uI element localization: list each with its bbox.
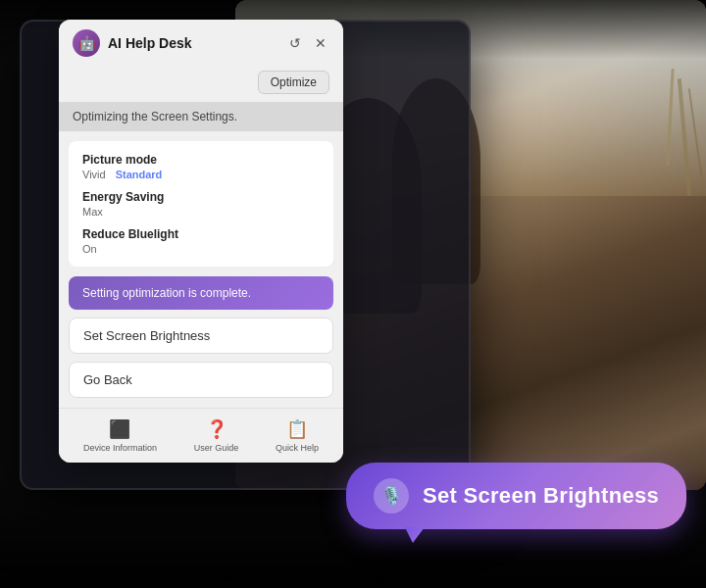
refresh-button[interactable]: ↺: [286, 34, 304, 52]
reduce-bluelight-value: On: [82, 243, 97, 255]
panel-header: 🤖 AI Help Desk ↺ ✕: [59, 20, 343, 67]
ai-avatar-icon: 🤖: [73, 29, 100, 57]
quick-help-label: Quick Help: [276, 443, 319, 453]
setting-energy-saving: Energy Saving Max: [82, 190, 320, 218]
quick-help-icon: 📋: [286, 418, 308, 440]
completion-text: Setting optimization is complete.: [82, 286, 251, 300]
picture-mode-label: Picture mode: [82, 153, 320, 167]
reduce-bluelight-label: Reduce Bluelight: [82, 227, 320, 241]
optimize-row: Optimize: [59, 67, 343, 102]
footer-quick-help[interactable]: 📋 Quick Help: [276, 418, 319, 453]
settings-card: Picture mode Vivid Standard Energy Savin…: [69, 141, 333, 267]
picture-mode-value: Vivid: [82, 169, 106, 180]
header-left: 🤖 AI Help Desk: [73, 29, 192, 57]
optimize-button[interactable]: Optimize: [258, 71, 329, 94]
voice-bubble: 🎙️ Set Screen Brightness: [346, 463, 686, 529]
voice-command-text: Set Screen Brightness: [423, 483, 659, 509]
go-back-button[interactable]: Go Back: [69, 362, 333, 398]
setting-reduce-bluelight: Reduce Bluelight On: [82, 227, 320, 255]
close-button[interactable]: ✕: [312, 34, 329, 52]
device-info-icon: ⬛: [109, 418, 130, 440]
panel-title: AI Help Desk: [108, 35, 192, 51]
reduce-bluelight-values: On: [82, 243, 320, 255]
completion-banner: Setting optimization is complete.: [69, 276, 333, 310]
device-info-label: Device Information: [83, 443, 157, 453]
setting-picture-mode: Picture mode Vivid Standard: [82, 153, 320, 180]
footer-device-info[interactable]: ⬛ Device Information: [83, 418, 157, 453]
status-bar: Optimizing the Screen Settings.: [59, 102, 343, 131]
energy-saving-values: Max: [82, 206, 320, 218]
panel-controls: ↺ ✕: [286, 34, 329, 52]
picture-mode-values: Vivid Standard: [82, 169, 320, 180]
user-guide-label: User Guide: [194, 443, 239, 453]
footer-user-guide[interactable]: ❓ User Guide: [194, 418, 239, 453]
status-text: Optimizing the Screen Settings.: [73, 110, 237, 123]
energy-saving-value: Max: [82, 206, 103, 218]
microphone-icon: 🎙️: [374, 478, 409, 514]
ai-helpdesk-panel: 🤖 AI Help Desk ↺ ✕ Optimize Optimizing t…: [59, 20, 343, 463]
set-brightness-button[interactable]: Set Screen Brightness: [69, 318, 333, 354]
picture-mode-active: Standard: [116, 169, 163, 180]
user-guide-icon: ❓: [206, 418, 227, 440]
energy-saving-label: Energy Saving: [82, 190, 320, 204]
panel-footer: ⬛ Device Information ❓ User Guide 📋 Quic…: [59, 408, 343, 463]
